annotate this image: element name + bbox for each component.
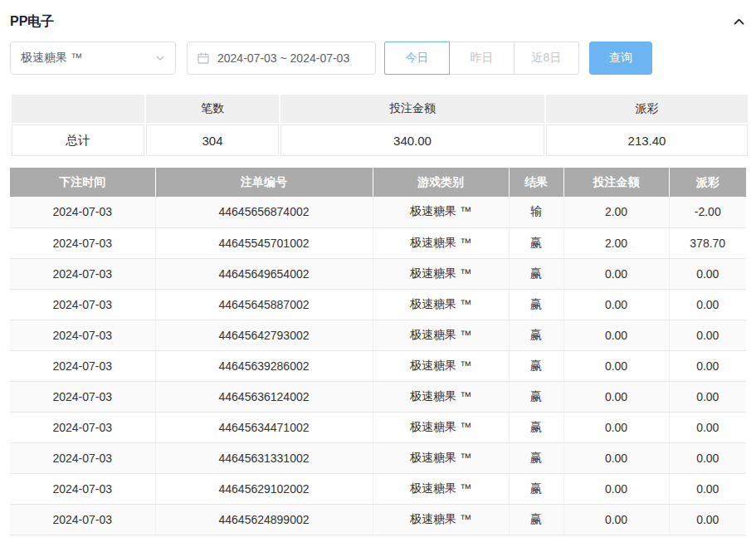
cell-bet-amount: 0.00 <box>563 320 669 350</box>
table-row: 2024-07-0344645639286002极速糖果 ™赢0.000.00 <box>10 350 746 381</box>
cell-bet-time: 2024-07-03 <box>10 289 155 320</box>
cell-bet-amount: 2.00 <box>563 227 669 258</box>
table-row: 2024-07-0344645631331002极速糖果 ™赢0.000.00 <box>10 442 746 473</box>
cell-result: 赢 <box>509 473 563 504</box>
cell-bet-time: 2024-07-03 <box>10 350 155 381</box>
cell-bet-amount: 0.00 <box>563 412 669 442</box>
cell-bet-amount: 0.00 <box>563 381 669 412</box>
summary-header-blank <box>12 95 144 123</box>
table-row: 2024-07-0344645545701002极速糖果 ™赢2.00378.7… <box>10 227 746 258</box>
game-select[interactable]: 极速糖果 ™ <box>10 42 176 75</box>
cell-bet-amount: 0.00 <box>563 258 669 289</box>
cell-game-type: 极速糖果 ™ <box>373 289 509 320</box>
column-header-bet-id: 注单编号 <box>155 168 373 197</box>
last-8-days-button[interactable]: 近8日 <box>514 42 579 75</box>
cell-bet-amount: 2.00 <box>563 197 669 227</box>
cell-result: 赢 <box>509 227 563 258</box>
cell-bet-id: 44645624899002 <box>155 504 373 535</box>
yesterday-button[interactable]: 昨日 <box>449 42 515 75</box>
table-row: 2024-07-0344645636124002极速糖果 ™赢0.000.00 <box>10 381 746 412</box>
cell-bet-id: 44645636124002 <box>155 381 373 412</box>
cell-payout: 0.00 <box>669 350 746 381</box>
cell-bet-time: 2024-07-03 <box>10 381 155 412</box>
summary-table: 笔数 投注金额 派彩 总计 304 340.00 213.40 <box>10 93 749 158</box>
collapse-panel-button[interactable] <box>732 15 746 29</box>
cell-bet-time: 2024-07-03 <box>10 504 155 535</box>
cell-bet-time: 2024-07-03 <box>10 227 155 258</box>
cell-result: 赢 <box>509 381 563 412</box>
cell-bet-amount: 0.00 <box>563 504 669 535</box>
cell-bet-id: 44645634471002 <box>155 412 373 442</box>
column-header-game-type: 游戏类别 <box>373 168 509 197</box>
date-range-value: 2024-07-03 ~ 2024-07-03 <box>217 51 349 65</box>
cell-result: 赢 <box>509 442 563 473</box>
summary-header-payout: 派彩 <box>546 95 748 123</box>
cell-game-type: 极速糖果 ™ <box>373 320 509 350</box>
cell-payout: 0.00 <box>669 258 746 289</box>
table-row: 2024-07-0344645634471002极速糖果 ™赢0.000.00 <box>10 412 746 442</box>
cell-payout: 0.00 <box>669 412 746 442</box>
chevron-down-icon <box>155 53 165 63</box>
date-range-picker[interactable]: 2024-07-03 ~ 2024-07-03 <box>187 42 376 75</box>
cell-payout: 0.00 <box>669 442 746 473</box>
panel-header: PP电子 <box>10 0 746 35</box>
summary-total-bet-amount: 340.00 <box>280 125 544 156</box>
summary-total-label: 总计 <box>12 125 144 156</box>
cell-result: 赢 <box>509 289 563 320</box>
cell-result: 赢 <box>509 258 563 289</box>
date-quick-filter-group: 今日 昨日 近8日 <box>384 42 579 75</box>
cell-game-type: 极速糖果 ™ <box>373 381 509 412</box>
cell-bet-amount: 0.00 <box>563 350 669 381</box>
bet-records-table: 下注时间注单编号游戏类别结果投注金额派彩 2024-07-03446456568… <box>10 168 746 535</box>
table-row: 2024-07-0344645649654002极速糖果 ™赢0.000.00 <box>10 258 746 289</box>
table-row: 2024-07-0344645629102002极速糖果 ™赢0.000.00 <box>10 473 746 504</box>
cell-payout: 0.00 <box>669 504 746 535</box>
cell-bet-id: 44645645887002 <box>155 289 373 320</box>
cell-payout: 378.70 <box>669 227 746 258</box>
table-row: 2024-07-0344645656874002极速糖果 ™输2.00-2.00 <box>10 197 746 227</box>
cell-bet-amount: 0.00 <box>563 442 669 473</box>
cell-bet-id: 44645656874002 <box>155 197 373 227</box>
panel-title: PP电子 <box>10 13 54 31</box>
cell-game-type: 极速糖果 ™ <box>373 442 509 473</box>
pp-electronic-panel: PP电子 极速糖果 ™ 2024-07-03 ~ 2024-07-03 今日 昨… <box>0 0 756 535</box>
summary-total-count: 304 <box>146 125 279 156</box>
cell-payout: 0.00 <box>669 381 746 412</box>
bet-table-header-row: 下注时间注单编号游戏类别结果投注金额派彩 <box>10 168 746 197</box>
cell-game-type: 极速糖果 ™ <box>373 473 509 504</box>
cell-game-type: 极速糖果 ™ <box>373 258 509 289</box>
cell-payout: 0.00 <box>669 289 746 320</box>
cell-game-type: 极速糖果 ™ <box>373 227 509 258</box>
cell-bet-time: 2024-07-03 <box>10 473 155 504</box>
cell-result: 输 <box>509 197 563 227</box>
cell-bet-time: 2024-07-03 <box>10 320 155 350</box>
cell-result: 赢 <box>509 320 563 350</box>
cell-result: 赢 <box>509 504 563 535</box>
cell-bet-id: 44645545701002 <box>155 227 373 258</box>
cell-payout: 0.00 <box>669 473 746 504</box>
bet-table-body: 2024-07-0344645656874002极速糖果 ™输2.00-2.00… <box>10 197 746 535</box>
cell-bet-amount: 0.00 <box>563 289 669 320</box>
cell-bet-amount: 0.00 <box>563 473 669 504</box>
cell-bet-id: 44645629102002 <box>155 473 373 504</box>
column-header-bet-time: 下注时间 <box>10 168 155 197</box>
cell-game-type: 极速糖果 ™ <box>373 412 509 442</box>
summary-total-payout: 213.40 <box>546 125 748 156</box>
game-select-value: 极速糖果 ™ <box>21 51 82 66</box>
table-row: 2024-07-0344645642793002极速糖果 ™赢0.000.00 <box>10 320 746 350</box>
cell-result: 赢 <box>509 412 563 442</box>
cell-bet-time: 2024-07-03 <box>10 412 155 442</box>
column-header-result: 结果 <box>509 168 563 197</box>
column-header-bet-amount: 投注金额 <box>563 168 669 197</box>
cell-payout: 0.00 <box>669 320 746 350</box>
cell-result: 赢 <box>509 350 563 381</box>
cell-bet-time: 2024-07-03 <box>10 442 155 473</box>
today-button[interactable]: 今日 <box>384 42 450 75</box>
query-button[interactable]: 查询 <box>589 42 652 75</box>
summary-total-row: 总计 304 340.00 213.40 <box>12 125 748 156</box>
summary-header-count: 笔数 <box>146 95 279 123</box>
summary-header-row: 笔数 投注金额 派彩 <box>12 95 748 123</box>
summary-header-bet-amount: 投注金额 <box>280 95 544 123</box>
filter-row: 极速糖果 ™ 2024-07-03 ~ 2024-07-03 今日 昨日 近8日… <box>10 42 746 75</box>
cell-bet-id: 44645631331002 <box>155 442 373 473</box>
